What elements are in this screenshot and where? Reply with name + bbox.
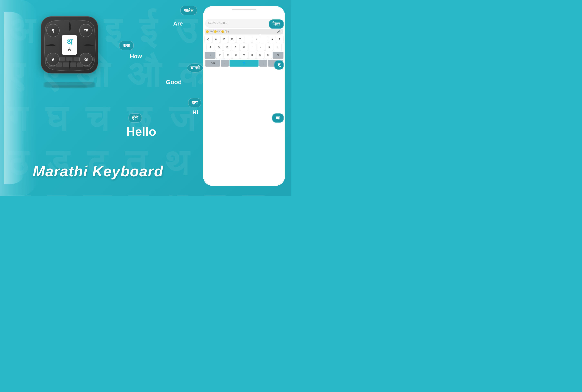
key-x[interactable]: X — [224, 52, 231, 58]
center-latin: A — [68, 46, 71, 52]
translation-you: You — [271, 74, 282, 80]
translation-wow: wow — [258, 126, 281, 138]
bubble-tu: तू — [274, 60, 284, 70]
key-n[interactable]: N — [256, 52, 264, 58]
key-b[interactable]: B — [248, 52, 256, 58]
icon-reflection-2 — [52, 85, 87, 88]
bubble-ahes: आहेस — [180, 6, 197, 15]
bubble-hay: हाय — [188, 98, 201, 108]
key-a[interactable]: A — [207, 44, 214, 51]
translation-are: Are — [173, 20, 183, 27]
key-c[interactable]: C — [232, 52, 240, 58]
key-q[interactable]: Q — [204, 36, 212, 43]
key-globe[interactable]: 🌐 — [230, 60, 259, 66]
key-f[interactable]: F — [232, 44, 239, 51]
input-placeholder: Type Your Text Here — [208, 22, 276, 24]
corner-top-right: फ — [79, 24, 92, 37]
key-t[interactable]: T — [236, 36, 244, 43]
corner-top-left: ए — [46, 24, 60, 37]
key-comma[interactable]: , — [221, 60, 228, 66]
key-m[interactable]: M — [265, 52, 272, 58]
center-card: अ A — [62, 35, 77, 55]
bubble-mitra: मित्र — [269, 20, 284, 29]
key-v[interactable]: V — [240, 52, 248, 58]
translation-good: Good — [166, 78, 182, 86]
key-z[interactable]: Z — [216, 52, 224, 58]
bubble-kasa: कसा — [119, 41, 134, 50]
translation-hi: Hi — [192, 109, 198, 116]
bubble-wow-mr: व्वा — [272, 113, 284, 123]
bg-wave-inner — [4, 12, 24, 184]
phone-notch — [232, 9, 256, 10]
center-devanagari: अ — [67, 38, 72, 46]
translation-how: How — [130, 53, 142, 60]
bubble-hello-mr: हॅलो — [128, 113, 142, 123]
key-d[interactable]: D — [224, 44, 231, 51]
key-row-4: ?123 , 🌐 . ↵ — [204, 60, 284, 66]
key-e[interactable]: E — [220, 36, 228, 43]
bubble-changale: चांगले — [187, 63, 203, 73]
corner-bottom-left: ह — [46, 53, 60, 66]
translation-hello: Hello — [126, 124, 156, 139]
key-r[interactable]: R — [228, 36, 236, 43]
key-shift[interactable]: ⇧ — [204, 52, 216, 58]
key-period[interactable]: . — [259, 60, 267, 66]
key-123[interactable]: ?123 — [206, 60, 220, 66]
app-icon: ए फ ह ख अ A — [41, 16, 98, 74]
app-title: Marathi Keyboard — [33, 163, 163, 180]
key-s[interactable]: S — [215, 44, 222, 51]
key-w[interactable]: W — [212, 36, 220, 43]
app-icon-area: ए फ ह ख अ A — [41, 16, 102, 78]
key-delete[interactable]: ⌫ — [272, 52, 284, 58]
corner-bottom-right: ख — [79, 53, 92, 66]
translation-friend: Friend — [246, 32, 284, 46]
key-row-3: ⇧ Z X C V B N M ⌫ — [204, 52, 284, 58]
